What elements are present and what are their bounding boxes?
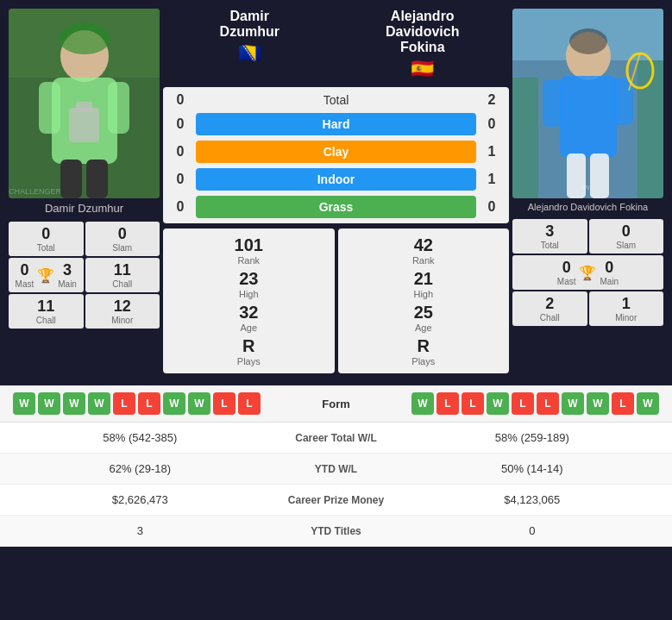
indoor-row: 0 Indoor 1 [172,168,500,191]
right-age-lbl: Age [345,323,503,333]
right-flag: 🇪🇸 [336,58,510,80]
form-badge: W [88,392,110,415]
clay-row: 0 Clay 1 [172,141,500,163]
form-badge: W [38,392,60,415]
form-badge: L [113,392,135,415]
left-slam-cell: 0 Slam [85,222,160,256]
right-mast-label: Mast [557,277,576,286]
form-badge: W [562,392,584,415]
ytd-titles-label: YTD Titles [267,525,405,537]
left-chall-label: Chall [91,279,155,289]
left-plays-stat: R Plays [170,336,328,366]
svg-rect-21 [590,153,609,198]
left-trophy-icon: 🏆 [37,267,54,284]
right-minor-cell: 1 Minor [589,291,664,326]
clay-btn[interactable]: Clay [196,141,476,163]
svg-rect-9 [76,102,92,112]
svg-point-10 [59,23,110,54]
left-rank-stat: 101 Rank [170,235,328,266]
ytd-titles-row: 3 YTD Titles 0 [0,516,672,547]
total-label: Total [189,93,483,107]
hard-left: 0 [172,116,189,132]
clay-left: 0 [172,144,189,160]
ytd-wl-row: 62% (29-18) YTD W/L 50% (14-14) [0,454,672,485]
right-slam-value: 0 [594,222,659,241]
svg-rect-8 [69,108,99,142]
right-form-badges: WLLWLLWWLW [388,392,660,415]
left-main-label: Main [58,279,77,289]
right-rank-lbl: Rank [345,255,503,266]
svg-rect-14 [512,78,538,198]
right-age-val: 25 [345,303,503,323]
left-high-val: 23 [170,269,328,289]
hard-btn[interactable]: Hard [196,113,476,135]
right-chall-value: 2 [518,295,582,313]
left-minor-cell: 12 Minor [85,294,160,329]
left-mast-cell: 0 Mast 🏆 3 Main [9,258,84,292]
prize-label: Career Prize Money [267,494,405,506]
left-total-value: 0 [14,225,79,243]
right-high-lbl: High [345,289,503,299]
right-center-name: Alejandro Davidovich Fokina [336,9,510,55]
form-row: WWWWLLWWLL Form WLLWLLWWLW [0,385,672,423]
left-slam-value: 0 [91,225,155,243]
svg-rect-6 [60,160,82,198]
left-player-name-label: Damir Dzumhur [9,198,160,218]
left-mast-value: 0 [16,261,35,279]
left-mast-label: Mast [16,279,35,289]
left-chall-cell2: 11 Chall [9,294,84,329]
right-high-stat: 21 High [345,269,503,299]
left-slam-label: Slam [91,243,155,253]
svg-rect-5 [108,82,129,134]
form-badge: L [213,392,236,415]
left-high-lbl: High [170,289,328,299]
indoor-right: 1 [483,172,500,187]
left-rank-val: 101 [170,235,328,255]
left-chall-cell: 11 Chall [85,258,160,292]
indoor-btn[interactable]: Indoor [196,168,476,191]
right-main-value: 0 [600,259,619,277]
svg-point-24 [569,28,607,54]
prize-row: $2,626,473 Career Prize Money $4,123,065 [0,485,672,516]
form-badge: W [587,392,609,415]
left-form-badges: WWWWLLWWLL [13,392,285,415]
left-chall2l: Chall [14,316,79,325]
left-age-lbl: Age [170,323,328,333]
right-minor-value: 1 [594,295,659,313]
left-main-value: 3 [58,261,77,279]
grass-left: 0 [172,199,189,215]
left-prize: $2,626,473 [13,493,267,506]
form-badge: W [487,392,509,415]
right-chall-label: Chall [518,313,582,323]
right-age-stat: 25 Age [345,303,503,333]
form-badge: W [188,392,210,415]
right-mast-main-cell: 0 Mast 🏆 0 Main [512,255,663,290]
left-plays-lbl: Plays [170,356,328,366]
right-plays-stat: R Plays [345,336,503,366]
right-plays-lbl: Plays [345,356,503,366]
form-badge: L [512,392,534,415]
right-prize: $4,123,065 [405,493,660,506]
left-chall2v: 11 [14,297,79,316]
form-badge: L [238,392,261,415]
form-badge: W [637,392,659,415]
grass-btn[interactable]: Grass [196,196,476,218]
career-wl-row: 58% (542-385) Career Total W/L 58% (259-… [0,423,672,454]
right-ytd-titles: 0 [405,524,660,537]
right-high-val: 21 [345,269,503,289]
form-badge: W [13,392,35,415]
right-total-label: Total [518,241,582,250]
total-right-score: 2 [483,92,500,108]
right-slam-cell: 0 Slam [589,219,664,254]
right-trophy-icon: 🏆 [579,265,596,281]
form-badge: W [411,392,434,415]
left-minor-l2: Minor [91,316,155,325]
svg-rect-20 [567,153,586,198]
svg-text:IW: IW [581,184,590,191]
grass-row: 0 Grass 0 [172,196,500,218]
right-mast-value: 0 [557,259,576,277]
ytd-wl-label: YTD W/L [267,463,405,475]
left-ytd-titles: 3 [13,524,267,537]
right-total-cell: 3 Total [512,219,587,254]
left-rank-lbl: Rank [170,255,328,266]
